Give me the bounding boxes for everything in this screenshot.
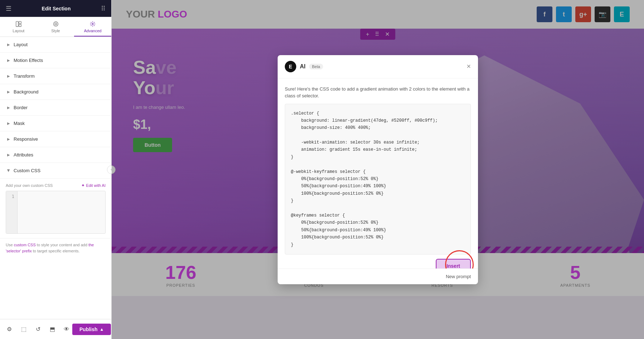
arrow-icon: ▶ xyxy=(7,153,10,157)
tab-advanced-label: Advanced xyxy=(84,29,102,33)
custom-css-label: Add your own custom CSS xyxy=(6,183,53,188)
arrow-icon: ▶ xyxy=(7,58,10,62)
sidebar-menu: ▶ Layout ▶ Motion Effects ▶ Transform ▶ … xyxy=(0,37,111,319)
bottom-icons: ⚙ ⬚ ↺ ⬒ 👁 xyxy=(4,324,72,335)
arrow-icon: ▶ xyxy=(7,43,10,47)
grid-icon[interactable]: ⠿ xyxy=(101,5,106,13)
svg-point-3 xyxy=(53,22,58,26)
footer-note: Use custom CSS to style your content and… xyxy=(0,238,111,257)
ai-modal-header: E AI Beta × xyxy=(278,55,478,78)
menu-item-mask[interactable]: ▶ Mask xyxy=(0,116,111,131)
responsive-bottom-icon[interactable]: ⬒ xyxy=(47,324,58,335)
menu-item-background[interactable]: ▶ Background xyxy=(0,84,111,100)
sidebar-header: ☰ Edit Section ⠿ xyxy=(0,0,111,17)
svg-point-5 xyxy=(92,23,93,25)
tab-style-label: Style xyxy=(51,29,60,33)
svg-rect-1 xyxy=(19,21,21,24)
history-bottom-icon[interactable]: ↺ xyxy=(32,324,44,335)
custom-css-body: Add your own custom CSS ✦ Edit with AI 1 xyxy=(0,179,111,238)
tab-advanced[interactable]: Advanced xyxy=(74,17,111,37)
hamburger-icon[interactable]: ☰ xyxy=(6,5,11,13)
main-content: YOUR LOGO f t g+ 📷 E + ⠿ ✕ Save Your I a… xyxy=(112,0,644,339)
ai-code-block: .selector { background: linear-gradient(… xyxy=(285,104,471,255)
ai-logo: E xyxy=(285,61,296,72)
custom-css-section: ▶ Custom CSS Add your own custom CSS ✦ E… xyxy=(0,163,111,238)
custom-css-link[interactable]: custom CSS xyxy=(14,243,36,247)
arrow-icon: ▶ xyxy=(7,74,10,78)
sidebar-tabs: Layout Style Advanced xyxy=(0,17,111,37)
footer-note-text: Use custom CSS to style your content and… xyxy=(6,243,94,253)
ai-modal-title-row: E AI Beta xyxy=(285,61,323,72)
modal-overlay: E AI Beta × Sure! Here's the CSS code to… xyxy=(112,0,644,339)
edit-with-ai-button[interactable]: ✦ Edit with AI xyxy=(81,183,106,188)
menu-item-transform[interactable]: ▶ Transform xyxy=(0,68,111,84)
arrow-icon: ▶ xyxy=(7,106,10,110)
ai-modal-body: Sure! Here's the CSS code to add a gradi… xyxy=(278,78,478,268)
ai-modal-close-button[interactable]: × xyxy=(467,62,471,71)
sidebar-bottom: ⚙ ⬚ ↺ ⬒ 👁 Publish ▲ xyxy=(0,319,111,339)
ai-insert-row: Insert xyxy=(285,259,471,268)
ai-beta-badge: Beta xyxy=(309,64,323,69)
sparkle-icon: ✦ xyxy=(81,183,85,188)
page-title: Edit Section xyxy=(42,6,71,11)
menu-item-attributes[interactable]: ▶ Attributes xyxy=(0,147,111,163)
tab-layout-label: Layout xyxy=(13,29,24,33)
ai-modal: E AI Beta × Sure! Here's the CSS code to… xyxy=(278,55,478,284)
arrow-icon: ▶ xyxy=(7,121,10,125)
menu-item-border[interactable]: ▶ Border xyxy=(0,100,111,116)
publish-button[interactable]: Publish ▲ xyxy=(72,324,111,335)
css-editor: 1 xyxy=(6,191,106,234)
menu-item-responsive[interactable]: ▶ Responsive xyxy=(0,131,111,147)
custom-css-label-row: Add your own custom CSS ✦ Edit with AI xyxy=(6,183,106,188)
new-prompt-button[interactable]: New prompt xyxy=(446,274,471,279)
custom-css-header[interactable]: ▶ Custom CSS xyxy=(0,163,111,179)
settings-bottom-icon[interactable]: ⚙ xyxy=(4,324,15,335)
tab-layout[interactable]: Layout xyxy=(0,17,37,37)
arrow-icon: ▶ xyxy=(7,90,10,94)
svg-point-4 xyxy=(55,23,57,25)
css-textarea[interactable] xyxy=(18,191,105,233)
sidebar: ☰ Edit Section ⠿ Layout Style Adva xyxy=(0,0,112,339)
line-numbers: 1 xyxy=(6,191,18,233)
menu-item-layout[interactable]: ▶ Layout xyxy=(0,37,111,53)
ai-modal-title: AI xyxy=(300,63,306,70)
publish-chevron-icon: ▲ xyxy=(100,327,104,332)
svg-rect-2 xyxy=(19,24,21,26)
layers-bottom-icon[interactable]: ⬚ xyxy=(18,324,29,335)
ai-intro-text: Sure! Here's the CSS code to add a gradi… xyxy=(285,86,471,100)
menu-item-motion-effects[interactable]: ▶ Motion Effects xyxy=(0,53,111,68)
arrow-icon: ▶ xyxy=(7,137,10,141)
eye-bottom-icon[interactable]: 👁 xyxy=(61,324,72,335)
svg-rect-0 xyxy=(16,21,18,26)
custom-css-arrow-icon: ▶ xyxy=(7,169,11,172)
ai-modal-footer: New prompt xyxy=(278,268,478,284)
tab-style[interactable]: Style xyxy=(37,17,74,37)
